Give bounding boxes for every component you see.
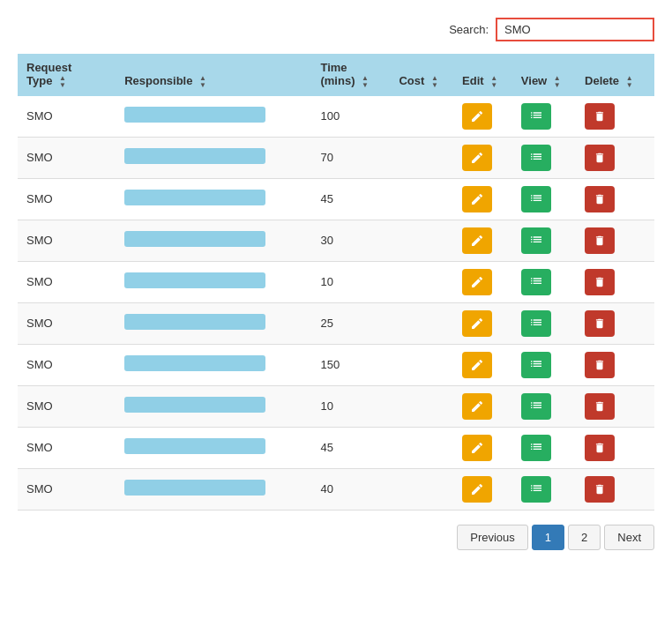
delete-button[interactable] <box>585 352 615 378</box>
edit-button[interactable] <box>462 435 492 461</box>
table-row: SMO 30 <box>18 220 654 261</box>
delete-button[interactable] <box>585 435 615 461</box>
cell-responsible <box>116 220 311 261</box>
cell-view <box>512 137 576 178</box>
responsible-blur <box>124 231 265 247</box>
delete-button[interactable] <box>585 269 615 295</box>
cell-responsible <box>116 178 311 220</box>
cell-responsible <box>116 261 311 302</box>
table-header-row: RequestType ▲▼ Responsible ▲▼ Time(mins)… <box>18 54 654 96</box>
delete-button[interactable] <box>585 310 615 337</box>
col-header-time[interactable]: Time(mins) ▲▼ <box>311 54 390 96</box>
delete-button[interactable] <box>585 145 615 171</box>
edit-button[interactable] <box>462 269 492 295</box>
view-button[interactable] <box>521 145 551 171</box>
cell-time: 10 <box>311 385 390 427</box>
cell-delete <box>576 96 654 138</box>
cell-view <box>512 261 576 302</box>
cell-view <box>512 178 576 220</box>
cell-type: SMO <box>18 220 116 261</box>
view-button[interactable] <box>521 352 551 378</box>
edit-button[interactable] <box>462 145 492 171</box>
cell-type: SMO <box>18 468 116 510</box>
view-button[interactable] <box>521 269 551 295</box>
edit-button[interactable] <box>462 186 492 212</box>
delete-button[interactable] <box>585 393 615 420</box>
cell-edit <box>453 220 512 261</box>
pagination: Previous 1 2 Next <box>18 525 654 550</box>
cell-cost <box>390 137 453 178</box>
cell-edit <box>453 261 512 302</box>
cell-edit <box>453 302 512 344</box>
edit-button[interactable] <box>462 227 492 254</box>
cell-responsible <box>116 302 311 344</box>
cell-view <box>512 302 576 344</box>
cell-responsible <box>116 137 311 178</box>
cell-time: 70 <box>311 137 390 178</box>
edit-button[interactable] <box>462 352 492 378</box>
cell-delete <box>576 178 654 220</box>
page-1-button[interactable]: 1 <box>532 525 564 550</box>
cell-delete <box>576 427 654 468</box>
col-header-responsible[interactable]: Responsible ▲▼ <box>116 54 311 96</box>
table-row: SMO 25 <box>18 302 654 344</box>
cell-view <box>512 468 576 510</box>
responsible-blur <box>124 107 265 123</box>
search-input[interactable] <box>496 18 654 41</box>
cell-type: SMO <box>18 137 116 178</box>
search-label: Search: <box>449 23 489 36</box>
delete-button[interactable] <box>585 227 615 254</box>
view-button[interactable] <box>521 186 551 212</box>
responsible-blur <box>124 148 265 164</box>
cell-time: 45 <box>311 178 390 220</box>
view-button[interactable] <box>521 435 551 461</box>
col-header-type[interactable]: RequestType ▲▼ <box>18 54 116 96</box>
page-2-button[interactable]: 2 <box>568 525 601 550</box>
cell-delete <box>576 261 654 302</box>
cell-cost <box>390 468 453 510</box>
cell-time: 150 <box>311 344 390 385</box>
cell-edit <box>453 137 512 178</box>
next-button[interactable]: Next <box>604 525 654 550</box>
table-row: SMO 45 <box>18 427 654 468</box>
cell-cost <box>390 220 453 261</box>
table-row: SMO 10 <box>18 261 654 302</box>
view-button[interactable] <box>521 310 551 337</box>
edit-button[interactable] <box>462 103 492 130</box>
cell-type: SMO <box>18 344 116 385</box>
cell-delete <box>576 302 654 344</box>
view-button[interactable] <box>521 227 551 254</box>
table-row: SMO 40 <box>18 468 654 510</box>
cell-cost <box>390 344 453 385</box>
sort-arrows-type[interactable]: ▲▼ <box>59 75 66 89</box>
col-header-delete[interactable]: Delete ▲▼ <box>576 54 654 96</box>
cell-delete <box>576 385 654 427</box>
previous-button[interactable]: Previous <box>457 525 528 550</box>
cell-time: 25 <box>311 302 390 344</box>
cell-time: 45 <box>311 427 390 468</box>
col-header-cost[interactable]: Cost ▲▼ <box>390 54 453 96</box>
sort-arrows-delete[interactable]: ▲▼ <box>626 75 633 89</box>
sort-arrows-responsible[interactable]: ▲▼ <box>199 75 206 89</box>
delete-button[interactable] <box>585 103 615 130</box>
sort-arrows-view[interactable]: ▲▼ <box>554 75 561 89</box>
cell-delete <box>576 137 654 178</box>
cell-view <box>512 427 576 468</box>
cell-view <box>512 220 576 261</box>
sort-arrows-edit[interactable]: ▲▼ <box>490 75 497 89</box>
delete-button[interactable] <box>585 476 615 503</box>
view-button[interactable] <box>521 476 551 503</box>
table-row: SMO 150 <box>18 344 654 385</box>
view-button[interactable] <box>521 103 551 130</box>
view-button[interactable] <box>521 393 551 420</box>
sort-arrows-cost[interactable]: ▲▼ <box>431 75 438 89</box>
col-header-edit[interactable]: Edit ▲▼ <box>453 54 512 96</box>
edit-button[interactable] <box>462 476 492 503</box>
table-row: SMO 100 <box>18 96 654 138</box>
delete-button[interactable] <box>585 186 615 212</box>
col-header-view[interactable]: View ▲▼ <box>512 54 576 96</box>
edit-button[interactable] <box>462 393 492 420</box>
edit-button[interactable] <box>462 310 492 337</box>
responsible-blur <box>124 314 265 330</box>
sort-arrows-time[interactable]: ▲▼ <box>362 75 369 89</box>
